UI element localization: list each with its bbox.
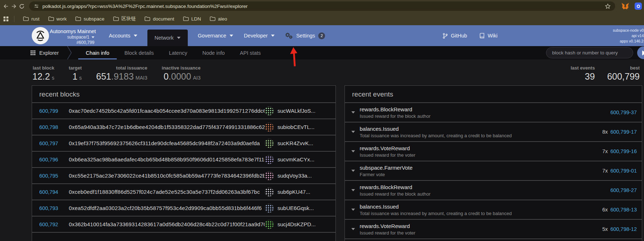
wiki-label: Wiki [488, 33, 497, 39]
nav-item-accounts[interactable]: Accounts [108, 25, 138, 46]
tab-label: Latency [169, 50, 187, 56]
expand-caret-icon[interactable] [351, 170, 355, 172]
github-link[interactable]: GitHub [443, 33, 467, 39]
expand-caret-icon[interactable] [351, 209, 355, 211]
tab-chain-info[interactable]: Chain info [78, 46, 117, 59]
apps-grid-icon[interactable] [3, 16, 9, 22]
block-author: sucvmKaCYx... [265, 155, 336, 164]
wiki-link[interactable]: Wiki [479, 33, 497, 39]
author-name-link[interactable]: sudqVoy33a... [277, 173, 312, 179]
forward-icon[interactable] [10, 1, 18, 11]
block-number-link[interactable]: 600,794 [32, 189, 69, 195]
expand-caret-icon[interactable] [351, 189, 355, 191]
node-version: subspace-node v0.1 [613, 28, 644, 33]
stat-label: target [69, 65, 82, 71]
expand-caret-icon[interactable] [351, 111, 355, 113]
back-icon[interactable] [2, 1, 10, 11]
event-count: 7x [602, 148, 608, 154]
tab-api-stats[interactable]: API stats [232, 46, 268, 59]
stat-value: 39 [585, 72, 595, 81]
tab-node-info[interactable]: Node info [195, 46, 232, 59]
bookmarks-divider [14, 16, 14, 22]
event-name: subspace.FarmerVote [360, 165, 602, 171]
block-hash: 0xceb0edf1f18830ff86d5257f024c7ade52e525… [69, 189, 265, 195]
tab-label: Block details [124, 50, 154, 56]
event-block-link[interactable]: 600,799-37 [610, 110, 637, 115]
section-explorer[interactable]: Explorer [30, 46, 59, 59]
block-number-link[interactable]: 600,796 [32, 157, 69, 162]
chain-name: Autonomys Mainnet [50, 28, 94, 35]
nav-item-settings[interactable]: Settings 2 [285, 32, 325, 39]
author-name-link[interactable]: sub6pKU47... [277, 189, 310, 195]
autonomys-logo[interactable] [32, 27, 49, 44]
block-number-link[interactable]: 600,792 [32, 222, 69, 227]
event-block-link[interactable]: 600,798-13 [610, 207, 637, 213]
event-count: 5x [602, 226, 608, 232]
folder-icon [48, 16, 54, 21]
block-row: 600,796 0xb6ea325ac98ba6aedafec4bcb65bd4… [32, 152, 336, 168]
stat-unit: s [52, 75, 54, 81]
event-block-link[interactable]: 600,799-16 [610, 148, 637, 154]
bookmark-folder[interactable]: document [140, 14, 178, 23]
recent-events-panel: recent events rewards.BlockReward Issued… [345, 85, 642, 241]
author-name-link[interactable]: sucWALkfJoS... [277, 108, 315, 114]
block-number-link[interactable]: 600,798 [32, 124, 69, 130]
block-author: sub6pKU47... [265, 187, 336, 197]
author-name-link[interactable]: sucj4DsKZPD... [277, 221, 316, 227]
nav-item-governance[interactable]: Governance [197, 25, 234, 46]
block-number-link[interactable]: 600,795 [32, 173, 69, 179]
event-block-link[interactable]: 600,798-27 [610, 187, 637, 193]
event-block-link[interactable]: 600,799-01 [610, 168, 637, 174]
block-search-input[interactable] [546, 47, 633, 58]
bookmark-folder[interactable]: 区块链 [109, 14, 141, 23]
block-number-link[interactable]: 600,793 [32, 205, 69, 211]
event-description: Farmer vote [360, 172, 602, 177]
author-name-link[interactable]: subiobCEvTL... [277, 124, 315, 130]
bookmark-folder[interactable]: work [44, 14, 71, 23]
author-name-link[interactable]: subUE6Gqsk... [277, 205, 314, 211]
block-number-link[interactable]: 600,799 [32, 108, 69, 114]
event-block-link[interactable]: 600,799-17 [610, 129, 637, 135]
url-bar[interactable]: polkadot.js.org/apps/?rpc=wss%3A%2F%2Frp… [29, 1, 615, 11]
screen: polkadot.js.org/apps/?rpc=wss%3A%2F%2Frp… [0, 0, 644, 241]
nav-item-developer[interactable]: Developer [243, 25, 275, 46]
bookmark-folder[interactable]: subspace [71, 14, 109, 23]
identicon [265, 139, 274, 148]
author-name-link[interactable]: sucvmKaCYx... [277, 156, 315, 162]
folder-icon [23, 16, 29, 21]
expand-caret-icon[interactable] [351, 150, 355, 152]
event-row: subspace.FarmerVote Farmer vote 7x600,79… [345, 161, 642, 181]
event-block-link[interactable]: 600,798-12 [610, 226, 637, 232]
section-chevron-icon [67, 46, 72, 59]
chain-info-block[interactable]: Autonomys Mainnet subspace/1 #600,799 [50, 28, 94, 45]
api-version: api v14.3 [613, 33, 644, 39]
browser-extension-icon[interactable] [635, 3, 642, 10]
folder-icon [145, 16, 150, 21]
metamask-extension-icon[interactable] [621, 3, 629, 10]
event-description: Issued reward for the block author [360, 113, 610, 119]
author-name-link[interactable]: sucKR4ZvvK... [277, 140, 313, 146]
stat-card: last events 39 [570, 65, 595, 81]
best-block-number: #600,799 [50, 40, 94, 45]
event-description: Issued reward for the voter [360, 152, 602, 158]
bookmark-folder[interactable]: aleo [205, 14, 232, 23]
reload-icon[interactable] [18, 1, 26, 11]
stat-label: last events [570, 65, 595, 71]
expand-caret-icon[interactable] [351, 131, 355, 133]
chevron-down-icon[interactable] [92, 36, 94, 38]
expand-caret-icon[interactable] [351, 228, 355, 230]
search-submit-button[interactable] [637, 46, 644, 59]
bookmark-star-icon[interactable] [605, 3, 611, 9]
tab-latency[interactable]: Latency [161, 46, 195, 59]
nav-item-network[interactable]: Network [147, 30, 188, 46]
site-info-icon[interactable] [34, 3, 39, 9]
identicon [265, 122, 274, 132]
tab-block-details[interactable]: Block details [117, 46, 161, 59]
block-row: 600,797 0x19ef37f753f95692375626cf311de9… [32, 135, 336, 152]
event-description: Issued reward for the block author [360, 191, 610, 197]
apps-version: apps v0.146.2-1 [613, 39, 644, 44]
bookmark-folder[interactable]: rust [19, 14, 44, 23]
block-number-link[interactable]: 600,797 [32, 140, 69, 146]
nav-label: Developer [244, 33, 268, 39]
bookmark-folder[interactable]: LDN [179, 14, 205, 23]
